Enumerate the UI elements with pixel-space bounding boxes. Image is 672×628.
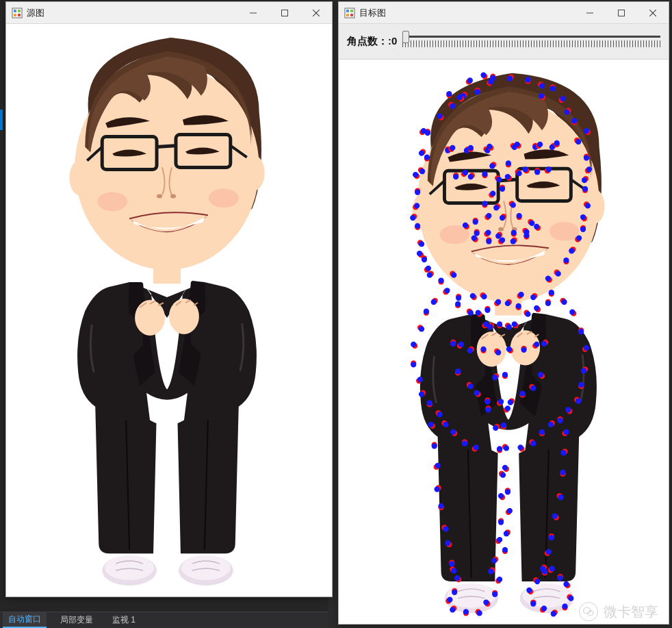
svg-point-400 (483, 599, 489, 605)
svg-point-416 (541, 605, 547, 611)
svg-point-270 (449, 561, 454, 566)
svg-point-150 (453, 174, 458, 179)
svg-point-266 (443, 526, 448, 531)
svg-point-350 (495, 350, 501, 355)
svg-point-204 (516, 213, 521, 218)
svg-point-232 (470, 293, 476, 299)
slider-thumb[interactable] (402, 31, 409, 43)
svg-point-360 (455, 368, 461, 374)
svg-point-124 (580, 214, 586, 220)
svg-point-40 (480, 72, 486, 77)
svg-point-120 (582, 186, 588, 192)
svg-point-194 (511, 202, 516, 208)
close-button[interactable] (637, 2, 669, 24)
svg-point-60 (424, 154, 430, 160)
close-button[interactable] (300, 2, 332, 24)
svg-rect-36 (619, 10, 625, 16)
svg-point-314 (468, 310, 474, 316)
svg-point-178 (489, 163, 495, 168)
svg-point-342 (450, 341, 456, 347)
svg-point-64 (413, 172, 418, 177)
minimize-button[interactable] (574, 2, 606, 24)
svg-rect-34 (350, 14, 353, 16)
svg-point-412 (526, 588, 532, 593)
svg-point-466 (548, 422, 554, 427)
tab-auto-window[interactable]: 自动窗口 (3, 612, 47, 628)
trackbar-label-text: 角点数：: (347, 35, 391, 47)
target-window: 目标图 角点数：:0 (338, 1, 669, 625)
tab-watch1[interactable]: 监视 1 (107, 613, 141, 627)
svg-point-160 (515, 142, 520, 147)
svg-point-334 (487, 324, 493, 329)
source-titlebar[interactable]: 源图 (6, 2, 332, 24)
svg-point-380 (505, 405, 511, 411)
svg-point-396 (463, 609, 469, 614)
svg-point-316 (476, 310, 481, 316)
svg-point-72 (415, 223, 420, 229)
svg-point-74 (419, 241, 424, 247)
svg-point-444 (501, 423, 506, 428)
svg-point-464 (474, 444, 479, 450)
svg-point-88 (457, 95, 463, 100)
svg-point-190 (493, 205, 499, 210)
svg-point-382 (492, 375, 497, 380)
svg-point-286 (581, 368, 586, 373)
svg-point-378 (485, 407, 491, 412)
svg-point-188 (490, 191, 495, 197)
maximize-button[interactable] (606, 2, 637, 24)
svg-point-134 (556, 271, 561, 277)
svg-point-430 (493, 425, 498, 431)
watermark-text: 微卡智享 (604, 603, 658, 621)
svg-point-458 (443, 422, 448, 427)
minimize-button[interactable] (237, 2, 269, 24)
trackbar-slider[interactable] (402, 28, 660, 55)
svg-point-76 (417, 251, 422, 256)
svg-point-414 (530, 601, 536, 606)
svg-point-254 (437, 412, 442, 417)
source-title: 源图 (27, 7, 44, 19)
svg-point-198 (473, 219, 478, 225)
target-image-area (339, 60, 669, 624)
svg-point-268 (445, 540, 450, 546)
svg-point-328 (534, 305, 539, 311)
svg-point-284 (584, 345, 589, 351)
svg-point-114 (584, 155, 589, 160)
svg-point-366 (484, 399, 490, 404)
svg-point-300 (560, 470, 565, 475)
svg-point-200 (486, 213, 491, 218)
maximize-button[interactable] (269, 2, 300, 24)
svg-point-312 (455, 301, 461, 307)
svg-point-318 (484, 307, 490, 313)
svg-point-56 (421, 128, 426, 134)
svg-point-184 (505, 174, 511, 179)
svg-point-358 (541, 341, 547, 347)
svg-point-206 (529, 221, 534, 226)
svg-point-242 (419, 326, 424, 331)
svg-point-436 (498, 493, 504, 499)
svg-point-454 (504, 531, 509, 536)
svg-point-472 (517, 444, 523, 450)
target-titlebar[interactable]: 目标图 (339, 2, 669, 24)
svg-point-468 (539, 429, 545, 435)
ide-bottom-tabs: 自动窗口 局部变量 监视 1 (0, 612, 328, 628)
svg-point-456 (502, 547, 508, 553)
svg-point-192 (482, 201, 487, 206)
svg-point-356 (534, 342, 539, 347)
tab-locals[interactable]: 局部变量 (55, 613, 99, 627)
svg-point-326 (525, 312, 530, 317)
svg-point-452 (507, 508, 513, 514)
svg-point-228 (524, 233, 529, 238)
svg-point-460 (450, 429, 456, 435)
svg-point-282 (578, 329, 584, 334)
svg-point-434 (500, 473, 506, 478)
svg-point-116 (586, 166, 592, 172)
svg-rect-2 (18, 10, 21, 12)
svg-point-426 (557, 575, 563, 581)
svg-point-202 (500, 215, 505, 221)
svg-point-410 (534, 579, 540, 584)
svg-point-390 (452, 590, 457, 595)
svg-point-94 (507, 75, 513, 81)
svg-point-302 (558, 494, 563, 500)
svg-point-58 (419, 151, 424, 156)
svg-point-136 (545, 275, 551, 281)
